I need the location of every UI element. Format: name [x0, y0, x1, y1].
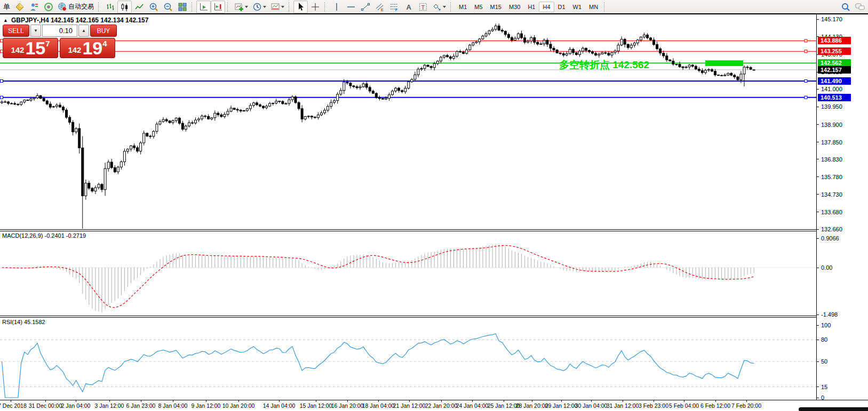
time-tick-label: 7 Feb 20:00: [726, 402, 767, 409]
rsi-panel[interactable]: [0, 318, 816, 400]
price-badge: 141.490: [818, 77, 851, 85]
time-tick-mark: [441, 400, 442, 402]
sell-price-button[interactable]: 142 15 7: [3, 38, 58, 58]
vertical-line-icon: [332, 2, 341, 12]
timeframe-mn[interactable]: MN: [585, 2, 602, 12]
bar-chart-button[interactable]: [103, 1, 117, 13]
annotation-text[interactable]: 多空转折点 142.562: [559, 59, 649, 70]
volume-decrease-button[interactable]: ▼: [30, 25, 41, 37]
axis-tick-mark: [817, 340, 819, 340]
toolbar-separator: [192, 2, 194, 12]
vertical-line-tool-button[interactable]: [329, 1, 344, 13]
timeframe-m15[interactable]: M15: [487, 2, 505, 12]
line-endpoint-marker[interactable]: [1, 79, 3, 82]
trendline-icon: [361, 2, 370, 12]
profile-button[interactable]: [27, 1, 41, 13]
tile-windows-button[interactable]: [175, 1, 189, 13]
macd-panel[interactable]: [0, 231, 816, 316]
symbol-ohlc-text: GBPJPY-,H4 142.145 142.165 142.134 142.1…: [11, 17, 149, 24]
indicators-button[interactable]: [232, 1, 250, 13]
sell-button[interactable]: SELL: [3, 25, 29, 37]
new-order-label: 单: [3, 2, 10, 12]
timeframe-h4[interactable]: H4: [539, 2, 554, 12]
svg-text:F: F: [395, 8, 397, 12]
search-icon: [841, 2, 850, 12]
shapes-icon: [432, 2, 442, 12]
autotrading-label: 自动交易: [68, 2, 94, 11]
svg-text:E: E: [381, 8, 384, 12]
line-endpoint-marker[interactable]: [1, 96, 3, 99]
volume-increase-button[interactable]: ▲: [78, 25, 89, 37]
time-tick-mark: [561, 400, 562, 402]
templates-button[interactable]: [268, 1, 286, 13]
time-tick-mark: [206, 400, 206, 402]
time-axis[interactable]: 27 Dec 201831 Dec 00:002 Jan 04:003 Jan …: [0, 400, 868, 411]
text-tool-button[interactable]: A: [401, 1, 416, 13]
axis-tick-mark: [817, 229, 819, 230]
label-tool-button[interactable]: T: [416, 1, 430, 13]
channel-tool-button[interactable]: E: [372, 1, 387, 13]
signals-button[interactable]: [41, 1, 55, 13]
sell-price-big: 15: [25, 40, 45, 56]
trendline-tool-button[interactable]: [358, 1, 372, 13]
price-badge: 143.886: [818, 37, 851, 44]
timeframe-m1[interactable]: M1: [455, 2, 471, 12]
price-badge: 142.157: [818, 66, 851, 74]
crosshair-button[interactable]: [308, 1, 322, 13]
autotrading-button[interactable]: 自动交易: [55, 1, 96, 13]
shapes-tool-button[interactable]: [430, 1, 448, 13]
timeframe-h1[interactable]: H1: [524, 2, 539, 12]
gold-diamond-icon-button[interactable]: [12, 1, 27, 13]
axis-tick-mark: [817, 159, 819, 159]
axis-tick-label: 133.680: [821, 209, 842, 215]
axis-tick-mark: [817, 212, 819, 212]
line-endpoint-marker[interactable]: [805, 79, 807, 82]
candlestick-chart-button[interactable]: [117, 1, 132, 13]
main-price-chart[interactable]: 多空转折点 142.562: [0, 14, 816, 229]
timeframe-d1[interactable]: D1: [554, 2, 569, 12]
axis-tick-label: 50: [821, 358, 827, 365]
timeframe-m5[interactable]: M5: [471, 2, 486, 12]
horizontal-scrollbar-thumb[interactable]: [799, 407, 868, 411]
toolbar-separator: [227, 2, 230, 12]
periods-button[interactable]: [250, 1, 268, 13]
toolbar-separator: [604, 2, 607, 12]
tile-windows-icon: [178, 2, 187, 12]
search-button[interactable]: [838, 1, 853, 13]
zoom-out-button[interactable]: [161, 1, 175, 13]
cursor-button[interactable]: [293, 1, 308, 13]
axis-tick-label: 15: [821, 384, 827, 390]
line-chart-icon: [134, 2, 144, 12]
line-endpoint-marker[interactable]: [805, 50, 807, 53]
fibonacci-tool-button[interactable]: F: [387, 1, 401, 13]
time-tick-mark: [472, 400, 473, 402]
line-endpoint-marker[interactable]: [805, 39, 807, 42]
time-tick-label: 10 Jan 20:00: [218, 402, 259, 409]
collapse-arrow-icon[interactable]: ▲: [3, 18, 8, 23]
annotation-box[interactable]: [705, 60, 743, 66]
auto-scroll-button[interactable]: [196, 1, 211, 13]
axis-tick-label: 0.9066: [821, 235, 839, 241]
axis-tick-label: 100: [821, 322, 831, 328]
buy-price-big: 19: [82, 40, 102, 56]
chart-shift-button[interactable]: [211, 1, 225, 13]
buy-button[interactable]: BUY: [90, 25, 117, 37]
line-chart-button[interactable]: [132, 1, 146, 13]
buy-price-button[interactable]: 142 19 4: [60, 38, 115, 58]
toolbar-separator: [289, 2, 291, 12]
axis-tick-mark: [817, 142, 819, 142]
line-endpoint-marker[interactable]: [805, 96, 807, 99]
zoom-in-button[interactable]: [146, 1, 161, 13]
price-axis[interactable]: 145.170144.130143.070142.020141.000139.9…: [816, 14, 868, 400]
timeframe-m30[interactable]: M30: [505, 2, 524, 12]
timeframe-w1[interactable]: W1: [569, 2, 586, 12]
new-order-button[interactable]: 单: [1, 1, 12, 13]
text-label-icon: T: [418, 2, 428, 12]
chat-button[interactable]: [853, 1, 867, 13]
axis-tick-mark: [817, 124, 819, 125]
horizontal-line-tool-button[interactable]: [344, 1, 358, 13]
add-indicator-icon: [234, 2, 244, 12]
time-tick-mark: [316, 400, 316, 402]
volume-input[interactable]: 0.10: [42, 25, 77, 37]
equidistant-channel-icon: E: [375, 2, 385, 12]
